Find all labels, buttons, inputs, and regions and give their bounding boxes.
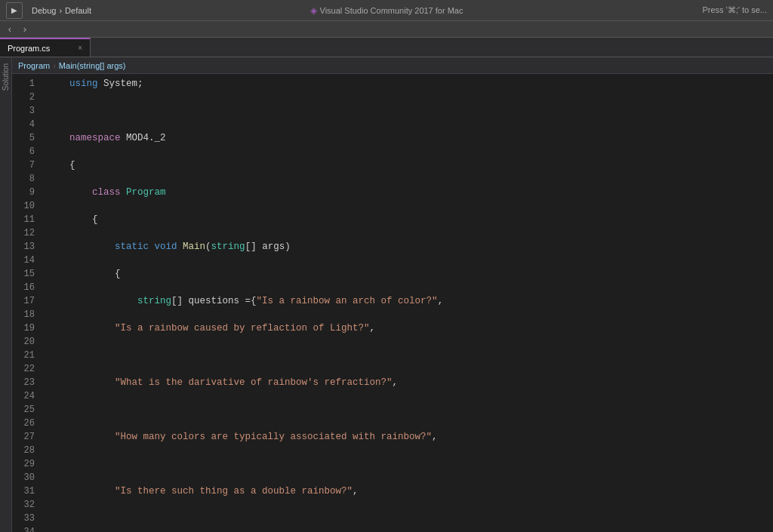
code-content[interactable]: using System; namespace MOD4._2 { class … <box>41 74 773 532</box>
forward-button[interactable]: › <box>18 23 32 36</box>
code-editor[interactable]: 12345 678910 1112131415 1617181920 21222… <box>12 74 773 532</box>
breadcrumb-separator: › <box>53 61 56 70</box>
sidebar-label[interactable]: Solution <box>0 60 11 94</box>
titlebar: ▶ Debug › Default ◈ Visual Studio Commun… <box>0 0 773 21</box>
back-button[interactable]: ‹ <box>3 23 17 36</box>
tab-filename: Program.cs <box>8 44 50 53</box>
tab-close-button[interactable]: × <box>78 44 82 52</box>
vs-icon: ◈ <box>310 5 317 16</box>
breadcrumb-item-main[interactable]: Main(string[] args) <box>59 61 126 70</box>
main-layout: Solution Program › Main(string[] args) 1… <box>0 57 773 532</box>
press-hint: Press '⌘;' to se... <box>702 5 767 15</box>
play-button[interactable]: ▶ <box>6 2 23 19</box>
breadcrumb: Program › Main(string[] args) <box>12 57 773 74</box>
sidebar-strip: Solution <box>0 57 12 532</box>
toolbar: ‹ › <box>0 21 773 38</box>
tabbar: Program.cs × <box>0 38 773 57</box>
tab-program-cs[interactable]: Program.cs × <box>0 38 91 57</box>
breadcrumb-sep: › <box>59 6 62 15</box>
default-label: Default <box>65 6 91 15</box>
breadcrumb-item-program[interactable]: Program <box>18 61 50 70</box>
app-title: Visual Studio Community 2017 for Mac <box>320 6 463 15</box>
line-numbers: 12345 678910 1112131415 1617181920 21222… <box>12 74 41 532</box>
debug-label: Debug <box>32 6 56 15</box>
content-area: Program › Main(string[] args) 12345 6789… <box>12 57 773 532</box>
